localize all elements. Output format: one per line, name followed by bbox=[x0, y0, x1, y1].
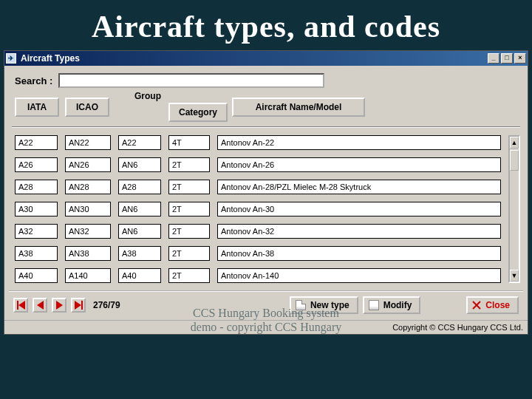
nav-prev-button[interactable] bbox=[33, 298, 47, 313]
cell-category: 4T bbox=[168, 135, 210, 150]
nav-last-button[interactable] bbox=[71, 298, 86, 313]
table-row[interactable]: A32AN32AN62TAntonov An-32 bbox=[15, 224, 505, 239]
cell-group: AN6 bbox=[118, 157, 161, 172]
maximize-button[interactable]: □ bbox=[501, 53, 513, 64]
copyright-bar: Copyright © CCS Hungary CCS Ltd. bbox=[4, 320, 528, 334]
cell-iata: A30 bbox=[15, 202, 58, 216]
divider bbox=[12, 126, 520, 128]
cell-group: AN6 bbox=[118, 224, 161, 239]
scroll-down-button[interactable]: ▼ bbox=[510, 270, 519, 282]
new-document-icon bbox=[296, 300, 306, 310]
cell-icao: AN30 bbox=[65, 202, 111, 216]
cell-icao: AN38 bbox=[65, 246, 111, 261]
slide-title: Aircraft types, and codes bbox=[0, 0, 532, 50]
table-row[interactable]: A22AN22A224TAntonov An-22 bbox=[15, 135, 505, 150]
nav-last-icon bbox=[75, 301, 83, 310]
table-row[interactable]: A26AN26AN62TAntonov An-26 bbox=[15, 157, 505, 172]
vertical-scrollbar[interactable]: ▲ ▼ bbox=[508, 135, 520, 283]
header-group: Group bbox=[134, 91, 161, 101]
cell-name: Antonov An-38 bbox=[217, 246, 501, 261]
close-label: Close bbox=[485, 300, 510, 310]
data-grid: A22AN22A224TAntonov An-22A26AN26AN62TAnt… bbox=[12, 131, 508, 287]
column-headers: IATA ICAO Group Category Aircraft Name/M… bbox=[9, 94, 523, 126]
window-title: Aircraft Types bbox=[21, 53, 488, 64]
cell-iata: A32 bbox=[15, 224, 58, 239]
scroll-up-button[interactable]: ▲ bbox=[510, 137, 519, 149]
header-icao[interactable]: ICAO bbox=[65, 98, 109, 117]
cell-category: 2T bbox=[168, 180, 210, 194]
cell-category: 2T bbox=[168, 157, 210, 172]
cell-icao: AN28 bbox=[65, 180, 111, 194]
cell-icao: A140 bbox=[65, 268, 111, 283]
cell-group: A28 bbox=[118, 180, 161, 194]
new-type-button[interactable]: New type bbox=[290, 296, 358, 314]
cell-icao: AN32 bbox=[65, 224, 111, 239]
cell-name: Antonov An-30 bbox=[217, 202, 501, 216]
header-category[interactable]: Category bbox=[168, 103, 228, 122]
app-icon: ✈ bbox=[6, 53, 16, 64]
search-input[interactable] bbox=[58, 73, 324, 88]
nav-prev-icon bbox=[37, 301, 44, 310]
table-row[interactable]: A30AN30AN62TAntonov An-30 bbox=[15, 202, 505, 216]
table-row[interactable]: A28AN28A282TAntonov An-28/PZL Mielec M-2… bbox=[15, 180, 505, 194]
cell-name: Antonov An-28/PZL Mielec M-28 Skytruck bbox=[217, 180, 501, 194]
window-close-button[interactable]: × bbox=[514, 53, 526, 64]
modify-button[interactable]: Modify bbox=[363, 296, 421, 314]
aircraft-types-window: ✈ Aircraft Types _ □ × Search : IATA ICA… bbox=[4, 50, 528, 335]
cell-iata: A28 bbox=[15, 180, 58, 194]
close-icon bbox=[472, 301, 481, 310]
cell-iata: A38 bbox=[15, 246, 58, 261]
titlebar: ✈ Aircraft Types _ □ × bbox=[4, 51, 528, 66]
cell-group: A22 bbox=[118, 135, 161, 150]
cell-name: Antonov An-22 bbox=[217, 135, 501, 150]
modify-label: Modify bbox=[383, 300, 412, 310]
scroll-thumb[interactable] bbox=[510, 150, 519, 171]
client-area: Search : IATA ICAO Group Category Aircra… bbox=[4, 66, 528, 320]
cell-category: 2T bbox=[168, 202, 210, 216]
cell-name: Antonov An-140 bbox=[217, 268, 501, 283]
cell-category: 2T bbox=[168, 224, 210, 239]
nav-first-icon bbox=[17, 301, 25, 310]
close-button[interactable]: Close bbox=[466, 296, 519, 314]
modify-icon bbox=[369, 300, 379, 310]
toolbar: 276/79 New type Modify Close bbox=[9, 290, 523, 317]
record-counter: 276/79 bbox=[93, 300, 120, 310]
nav-next-icon bbox=[56, 301, 63, 310]
header-name[interactable]: Aircraft Name/Model bbox=[232, 98, 365, 117]
cell-group: AN6 bbox=[118, 202, 161, 216]
cell-icao: AN26 bbox=[65, 157, 111, 172]
cell-name: Antonov An-32 bbox=[217, 224, 501, 239]
cell-name: Antonov An-26 bbox=[217, 157, 501, 172]
search-label: Search : bbox=[15, 75, 52, 86]
cell-icao: AN22 bbox=[65, 135, 111, 150]
cell-group: A40 bbox=[118, 268, 161, 283]
table-row[interactable]: A40A140A402TAntonov An-140 bbox=[15, 268, 505, 283]
header-iata[interactable]: IATA bbox=[15, 98, 59, 117]
cell-iata: A40 bbox=[15, 268, 58, 283]
table-row[interactable]: A38AN38A382TAntonov An-38 bbox=[15, 246, 505, 261]
nav-next-button[interactable] bbox=[52, 298, 66, 313]
cell-iata: A22 bbox=[15, 135, 58, 150]
cell-iata: A26 bbox=[15, 157, 58, 172]
nav-first-button[interactable] bbox=[13, 298, 28, 313]
cell-category: 2T bbox=[168, 268, 210, 283]
new-type-label: New type bbox=[310, 300, 349, 310]
cell-group: A38 bbox=[118, 246, 161, 261]
cell-category: 2T bbox=[168, 246, 210, 261]
minimize-button[interactable]: _ bbox=[488, 53, 499, 64]
